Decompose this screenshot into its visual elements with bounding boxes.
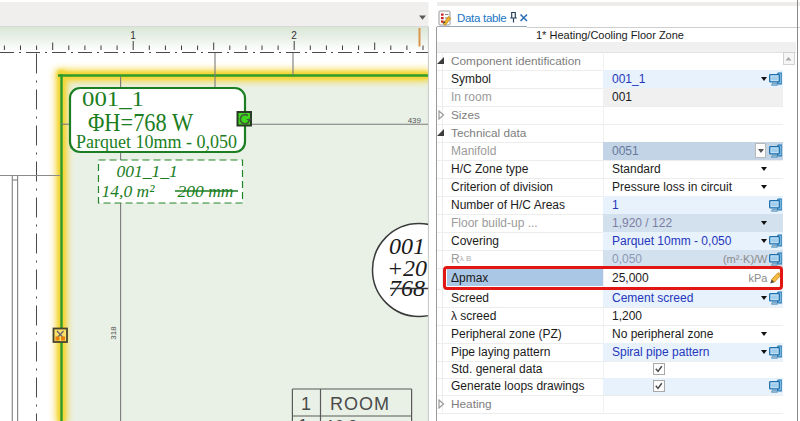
svg-text:Parquet 10mm - 0,050: Parquet 10mm - 0,050 bbox=[76, 132, 237, 152]
svg-text:1: 1 bbox=[298, 416, 308, 421]
svg-text:439: 439 bbox=[408, 116, 422, 125]
svg-text:001_1_1: 001_1_1 bbox=[116, 161, 177, 181]
svg-text:318: 318 bbox=[109, 326, 118, 340]
svg-text:1: 1 bbox=[130, 30, 136, 41]
svg-text:ROOM: ROOM bbox=[330, 394, 390, 414]
svg-text:2: 2 bbox=[291, 30, 297, 41]
svg-text:14,0 m²: 14,0 m² bbox=[102, 181, 156, 201]
svg-text:001_1: 001_1 bbox=[82, 88, 144, 110]
svg-text:1: 1 bbox=[301, 394, 311, 414]
